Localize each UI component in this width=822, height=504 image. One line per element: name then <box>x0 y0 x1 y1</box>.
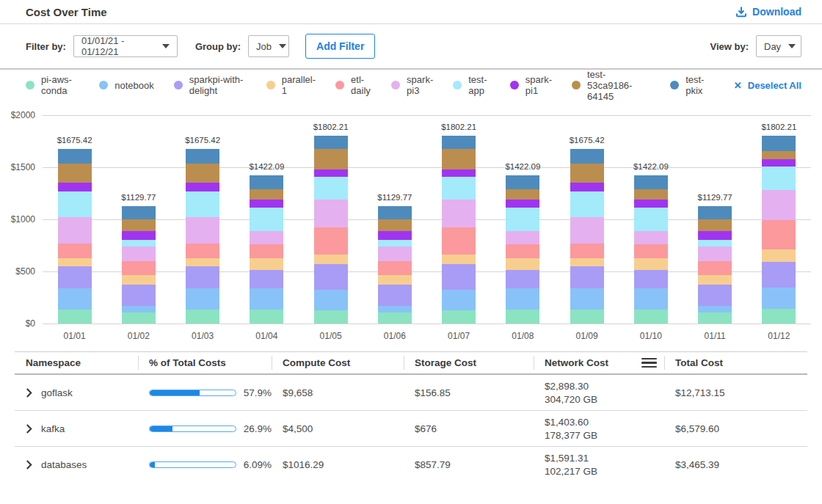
legend-item[interactable]: pi-aws-conda <box>26 74 79 96</box>
bar-stack[interactable] <box>698 206 732 324</box>
bar-segment-parallel-1[interactable] <box>122 275 156 285</box>
bar-stack[interactable] <box>186 149 219 324</box>
bar-segment-etl-daily[interactable] <box>442 227 476 255</box>
namespace-cell[interactable]: kafka <box>15 411 138 446</box>
bar-segment-test-53ca9186-64145[interactable] <box>186 164 219 183</box>
bar-segment-test-53ca9186-64145[interactable] <box>442 149 476 169</box>
bar-segment-pi-aws-conda[interactable] <box>698 313 732 324</box>
bar-segment-notebook[interactable] <box>506 288 539 310</box>
bar-segment-test-app[interactable] <box>570 191 604 217</box>
bar-segment-test-pkix[interactable] <box>570 149 604 164</box>
column-header-network[interactable]: Network Cost <box>534 352 664 373</box>
bar-segment-test-53ca9186-64145[interactable] <box>634 189 668 200</box>
bar-segment-notebook[interactable] <box>634 288 668 310</box>
add-filter-button[interactable]: Add Filter <box>305 34 375 59</box>
bar-segment-sparkpi-with-delight[interactable] <box>634 270 668 288</box>
bar-segment-spark-pi3[interactable] <box>378 246 412 260</box>
bar-segment-test-pkix[interactable] <box>122 206 156 219</box>
bar-segment-notebook[interactable] <box>122 306 156 313</box>
bar-segment-etl-daily[interactable] <box>570 244 604 258</box>
namespace-cell[interactable]: databases <box>15 447 138 482</box>
bar-stack[interactable] <box>58 149 92 324</box>
bar-segment-test-53ca9186-64145[interactable] <box>506 189 539 200</box>
column-header-storage[interactable]: Storage Cost <box>404 352 534 373</box>
bar-segment-spark-pi3[interactable] <box>250 231 283 244</box>
legend-item[interactable]: test-53ca9186-64145 <box>572 69 650 102</box>
bar-segment-parallel-1[interactable] <box>506 258 539 270</box>
bar-segment-spark-pi3[interactable] <box>314 200 348 227</box>
bar-segment-etl-daily[interactable] <box>762 220 796 249</box>
bar-segment-test-app[interactable] <box>698 240 732 247</box>
bar-segment-sparkpi-with-delight[interactable] <box>762 262 796 288</box>
bar-segment-spark-pi3[interactable] <box>762 190 796 220</box>
bar-segment-sparkpi-with-delight[interactable] <box>442 264 476 290</box>
bar-segment-spark-pi3[interactable] <box>442 200 476 227</box>
bar-stack[interactable] <box>762 136 796 324</box>
bar-segment-notebook[interactable] <box>250 288 283 310</box>
bar-segment-test-pkix[interactable] <box>250 175 283 189</box>
bar-segment-notebook[interactable] <box>762 288 796 309</box>
bar-segment-test-app[interactable] <box>378 240 412 247</box>
bar-segment-spark-pi3[interactable] <box>122 246 156 260</box>
bar-segment-etl-daily[interactable] <box>186 244 219 258</box>
bar-segment-test-pkix[interactable] <box>186 149 219 164</box>
bar-segment-test-53ca9186-64145[interactable] <box>250 189 283 200</box>
bar-segment-test-app[interactable] <box>506 208 539 231</box>
bar-segment-spark-pi1[interactable] <box>506 200 539 207</box>
bar-segment-spark-pi1[interactable] <box>314 169 348 177</box>
bar-segment-sparkpi-with-delight[interactable] <box>58 266 92 288</box>
bar-segment-test-pkix[interactable] <box>506 175 539 189</box>
bar-segment-sparkpi-with-delight[interactable] <box>122 285 156 306</box>
bar-segment-parallel-1[interactable] <box>378 275 412 285</box>
bar-segment-test-53ca9186-64145[interactable] <box>314 149 348 169</box>
bar-segment-parallel-1[interactable] <box>570 258 604 266</box>
bar-stack[interactable] <box>634 175 668 324</box>
bar-segment-pi-aws-conda[interactable] <box>378 313 412 324</box>
bar-segment-spark-pi1[interactable] <box>634 200 668 207</box>
bar-segment-parallel-1[interactable] <box>762 249 796 262</box>
bar-segment-spark-pi1[interactable] <box>570 183 604 191</box>
bar-segment-parallel-1[interactable] <box>698 275 732 285</box>
bar-segment-spark-pi1[interactable] <box>378 231 412 240</box>
bar-segment-spark-pi1[interactable] <box>250 200 283 207</box>
legend-item[interactable]: notebook <box>99 80 154 91</box>
bar-segment-sparkpi-with-delight[interactable] <box>186 266 219 288</box>
bar-segment-test-pkix[interactable] <box>378 206 412 219</box>
bar-segment-test-53ca9186-64145[interactable] <box>698 219 732 231</box>
bar-segment-test-app[interactable] <box>314 177 348 200</box>
bar-stack[interactable] <box>442 136 476 324</box>
bar-segment-spark-pi1[interactable] <box>762 159 796 167</box>
legend-item[interactable]: parallel-1 <box>266 74 316 96</box>
bar-segment-test-pkix[interactable] <box>314 136 348 149</box>
group-by-select[interactable]: Job <box>248 35 289 57</box>
bar-segment-test-pkix[interactable] <box>442 136 476 149</box>
bar-segment-etl-daily[interactable] <box>506 244 539 258</box>
bar-segment-pi-aws-conda[interactable] <box>634 310 668 324</box>
bar-stack[interactable] <box>378 206 412 324</box>
bar-segment-parallel-1[interactable] <box>250 258 283 270</box>
bar-segment-test-pkix[interactable] <box>58 149 92 164</box>
bar-segment-etl-daily[interactable] <box>58 244 92 258</box>
download-button[interactable]: Download <box>735 6 801 18</box>
bar-segment-test-pkix[interactable] <box>634 175 668 189</box>
bar-segment-test-53ca9186-64145[interactable] <box>122 219 156 231</box>
bar-segment-pi-aws-conda[interactable] <box>762 309 796 324</box>
legend-item[interactable]: spark-pi1 <box>510 74 552 96</box>
bar-segment-pi-aws-conda[interactable] <box>570 310 604 324</box>
bar-segment-test-app[interactable] <box>186 191 219 217</box>
column-header-percent[interactable]: % of Total Costs <box>138 352 272 373</box>
menu-icon[interactable] <box>641 358 657 368</box>
bar-segment-sparkpi-with-delight[interactable] <box>378 285 412 306</box>
bar-segment-spark-pi3[interactable] <box>570 217 604 244</box>
bar-segment-notebook[interactable] <box>314 290 348 310</box>
bar-stack[interactable] <box>250 175 283 324</box>
bar-segment-spark-pi3[interactable] <box>634 231 668 244</box>
bar-segment-sparkpi-with-delight[interactable] <box>314 264 348 290</box>
bar-segment-test-53ca9186-64145[interactable] <box>378 219 412 231</box>
bar-segment-test-pkix[interactable] <box>698 206 732 219</box>
bar-segment-spark-pi1[interactable] <box>186 183 219 191</box>
bar-segment-test-53ca9186-64145[interactable] <box>570 164 604 183</box>
bar-segment-pi-aws-conda[interactable] <box>314 310 348 324</box>
legend-item[interactable]: test-pkix <box>670 74 708 96</box>
legend-item[interactable]: test-app <box>453 74 490 96</box>
